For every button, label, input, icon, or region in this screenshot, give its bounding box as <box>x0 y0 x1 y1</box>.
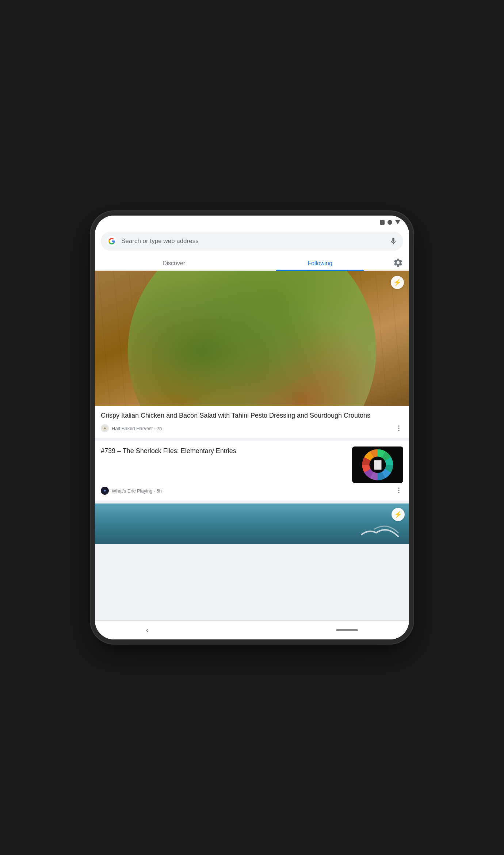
card-side-text: #739 – The Sherlock Files: Elementary En… <box>101 446 348 495</box>
mic-icon[interactable] <box>389 237 397 245</box>
card-content-1: Crispy Italian Chicken and Bacon Salad w… <box>95 406 409 438</box>
search-bar-container: Search or type web address <box>95 229 409 255</box>
sherlock-book <box>374 460 381 470</box>
svg-point-4 <box>398 430 400 431</box>
source-name-1: Half Baked Harvest · 2h <box>112 426 162 431</box>
status-icon-signal <box>395 220 400 224</box>
source-logo-2 <box>102 488 108 494</box>
sherlock-visual <box>352 446 403 483</box>
status-icon-circle <box>387 220 392 225</box>
source-icon-1 <box>101 424 109 432</box>
sherlock-image <box>352 446 403 483</box>
svg-point-8 <box>398 492 400 493</box>
card-partial-image: ⚡ <box>95 503 409 544</box>
sherlock-inner <box>370 457 386 473</box>
card-meta-1: Half Baked Harvest · 2h <box>101 424 403 433</box>
card-source-2: What's Eric Playing · 5h <box>101 487 162 495</box>
card-hero-container: ⚡ <box>95 271 409 406</box>
google-logo-icon <box>107 236 117 246</box>
source-name-2: What's Eric Playing · 5h <box>112 488 162 494</box>
settings-icon[interactable] <box>393 258 403 268</box>
card-title-1: Crispy Italian Chicken and Bacon Salad w… <box>101 411 403 420</box>
status-icon-square <box>380 220 385 225</box>
card-sherlock[interactable]: #739 – The Sherlock Files: Elementary En… <box>95 441 409 501</box>
card-salad[interactable]: ⚡ Crispy Italian Chicken and Bacon Salad… <box>95 271 409 438</box>
card-side-layout: #739 – The Sherlock Files: Elementary En… <box>95 441 409 501</box>
card-title-2: #739 – The Sherlock Files: Elementary En… <box>101 446 348 456</box>
feed: ⚡ Crispy Italian Chicken and Bacon Salad… <box>95 271 409 620</box>
svg-point-3 <box>398 428 400 429</box>
svg-point-6 <box>398 487 400 489</box>
source-icon-2 <box>101 487 109 495</box>
search-placeholder-text: Search or type web address <box>121 238 385 245</box>
bottom-nav: ‹ <box>95 620 409 639</box>
salad-plate <box>128 271 376 406</box>
phone-frame: Search or type web address Discover Foll… <box>95 216 409 639</box>
more-dots-icon-2 <box>395 487 402 494</box>
salad-fill <box>128 271 376 406</box>
source-logo-1 <box>102 425 108 431</box>
more-options-2[interactable] <box>394 486 403 495</box>
svg-point-7 <box>398 490 400 491</box>
card-source-1: Half Baked Harvest · 2h <box>101 424 162 432</box>
tab-following[interactable]: Following <box>247 255 393 270</box>
tab-bar: Discover Following <box>95 255 409 271</box>
tab-discover[interactable]: Discover <box>101 255 247 270</box>
back-button[interactable]: ‹ <box>146 626 149 634</box>
lightning-badge-3: ⚡ <box>392 508 405 521</box>
more-dots-icon-1 <box>395 425 402 432</box>
svg-point-2 <box>398 425 400 427</box>
lightning-badge-1: ⚡ <box>391 276 404 289</box>
search-bar[interactable]: Search or type web address <box>101 232 403 251</box>
salad-image <box>95 271 409 406</box>
status-bar <box>95 216 409 229</box>
home-indicator[interactable] <box>336 629 358 631</box>
more-options-1[interactable] <box>394 424 403 433</box>
card-meta-2: What's Eric Playing · 5h <box>101 487 348 495</box>
card-partial[interactable]: ⚡ <box>95 503 409 544</box>
